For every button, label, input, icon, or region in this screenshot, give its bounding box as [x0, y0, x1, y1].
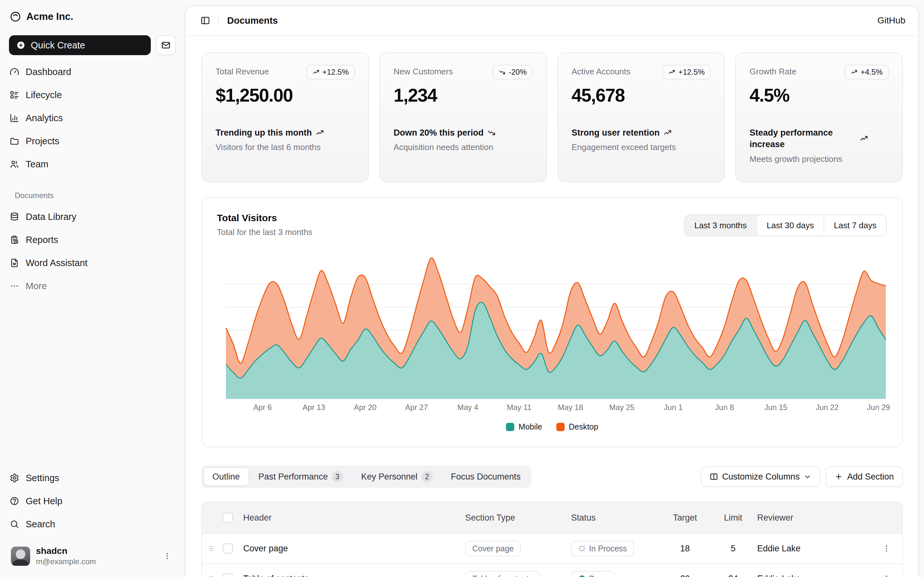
svg-text:May 11: May 11: [507, 403, 531, 412]
brand-name: Acme Inc.: [26, 11, 73, 23]
svg-text:May 25: May 25: [609, 403, 635, 412]
folder-icon: [10, 136, 19, 146]
trend-badge: -20%: [493, 65, 533, 79]
svg-text:May 4: May 4: [457, 403, 478, 412]
mail-icon: [161, 40, 171, 50]
stat-card-total-revenue: Total Revenue +12.5% $1,250.00 Trending …: [202, 53, 369, 182]
brand[interactable]: Acme Inc.: [10, 11, 175, 23]
stat-value: $1,250.00: [216, 85, 355, 106]
page-title: Documents: [227, 15, 278, 26]
mobile-swatch: [506, 423, 514, 431]
users-icon: [10, 159, 19, 169]
github-link[interactable]: GitHub: [877, 15, 905, 26]
add-section-button[interactable]: Add Section: [825, 466, 903, 487]
list-details-icon: [10, 90, 19, 100]
trending-up-icon: [312, 69, 320, 76]
svg-text:Jun 1: Jun 1: [664, 403, 683, 412]
stat-value: 4.5%: [750, 85, 889, 106]
tab-outline[interactable]: Outline: [204, 467, 249, 486]
sidebar-item-word-assistant[interactable]: Word Assistant: [5, 251, 180, 274]
status-badge: In Process: [571, 541, 634, 556]
sidebar-item-dashboard[interactable]: Dashboard: [5, 60, 180, 83]
database-icon: [10, 212, 19, 221]
status-badge: Done: [571, 571, 615, 577]
row-menu-button[interactable]: [880, 572, 893, 577]
select-all-checkbox[interactable]: [223, 513, 233, 523]
main-panel: Documents GitHub Total Revenue +12.5% $1…: [185, 5, 919, 577]
stat-cards: Total Revenue +12.5% $1,250.00 Trending …: [202, 53, 903, 182]
logo-icon: [10, 11, 21, 23]
plus-circle-icon: [16, 40, 26, 50]
sidebar-item-get-help[interactable]: Get Help: [5, 490, 180, 513]
quick-create-button[interactable]: Quick Create: [9, 35, 151, 55]
svg-text:Jun 29: Jun 29: [867, 403, 890, 412]
row-title[interactable]: Cover page: [243, 544, 465, 554]
chevron-down-icon: [804, 473, 811, 480]
trend-badge: +12.5%: [306, 65, 355, 79]
tab-key-personnel[interactable]: Key Personnel2: [353, 467, 441, 486]
user-email: m@example.com: [36, 557, 157, 566]
svg-text:Jun 8: Jun 8: [715, 403, 734, 412]
drag-handle[interactable]: [207, 575, 223, 577]
inbox-button[interactable]: [156, 35, 176, 55]
user-name: shadcn: [36, 546, 157, 556]
chart-column-icon: [10, 113, 19, 123]
table-toolbar: Outline Past Performance3 Key Personnel2…: [202, 466, 903, 488]
svg-text:Apr 6: Apr 6: [254, 403, 272, 412]
stat-card-growth-rate: Growth Rate +4.5% 4.5% Steady performanc…: [735, 53, 903, 182]
desktop-swatch: [556, 423, 565, 431]
sidebar-item-projects[interactable]: Projects: [5, 129, 180, 153]
panel-left-icon: [200, 16, 210, 25]
legend-desktop: Desktop: [556, 422, 598, 432]
kebab-icon: [882, 544, 891, 553]
tab-past-performance[interactable]: Past Performance3: [250, 467, 352, 486]
tab-focus-documents[interactable]: Focus Documents: [443, 467, 529, 486]
trending-up-icon: [860, 134, 868, 143]
customize-columns-button[interactable]: Customize Columns: [701, 466, 821, 487]
stat-card-new-customers: New Customers -20% 1,234 Down 20% this p…: [380, 53, 547, 182]
svg-text:Apr 27: Apr 27: [405, 403, 428, 412]
trend-badge: +12.5%: [662, 65, 711, 79]
trending-up-icon: [851, 69, 858, 76]
sidebar-item-settings[interactable]: Settings: [5, 466, 180, 490]
sidebar-item-team[interactable]: Team: [5, 153, 180, 176]
table-header-row: Header Section Type Status Target Limit …: [202, 502, 902, 533]
avatar: [11, 546, 30, 566]
svg-text:Jun 22: Jun 22: [816, 403, 838, 412]
row-checkbox[interactable]: [223, 543, 233, 554]
check-circle-icon: [578, 575, 586, 577]
sidebar-item-data-library[interactable]: Data Library: [5, 205, 180, 228]
sidebar-item-search[interactable]: Search: [5, 513, 180, 536]
row-title[interactable]: Table of contents: [243, 574, 465, 577]
table-row: Table of contents Table of contents Done…: [202, 563, 902, 577]
sidebar-item-more[interactable]: More: [5, 274, 180, 298]
app-header: Documents GitHub: [186, 6, 918, 36]
sidebar-item-reports[interactable]: Reports: [5, 228, 180, 251]
sidebar-item-lifecycle[interactable]: Lifecycle: [5, 83, 180, 106]
row-checkbox[interactable]: [223, 574, 233, 577]
section-type-badge: Table of contents: [465, 571, 540, 577]
view-tabs: Outline Past Performance3 Key Personnel2…: [202, 466, 531, 488]
footer-nav: Settings Get Help Search: [0, 466, 185, 536]
grip-vertical-icon: [207, 545, 215, 552]
documents-nav: Data Library Reports Word Assistant More: [0, 205, 185, 298]
documents-section-label: Documents: [15, 191, 185, 200]
sidebar-toggle-button[interactable]: [198, 13, 212, 27]
user-menu[interactable]: shadcn m@example.com: [8, 543, 177, 569]
section-type-badge: Cover page: [465, 541, 521, 556]
trend-badge: +4.5%: [845, 65, 889, 79]
main-nav: Dashboard Lifecycle Analytics Projects T…: [0, 60, 185, 176]
trending-up-icon: [668, 69, 675, 76]
gear-icon: [10, 473, 19, 483]
header-divider: [218, 16, 219, 25]
trending-down-icon: [499, 69, 506, 76]
svg-text:Apr 13: Apr 13: [302, 403, 325, 412]
sidebar-item-analytics[interactable]: Analytics: [5, 106, 180, 129]
trending-up-icon: [316, 129, 324, 137]
search-icon: [10, 519, 19, 529]
plus-icon: [835, 472, 843, 481]
area-chart: Apr 6Apr 13Apr 20Apr 27May 4May 11May 18…: [202, 198, 905, 448]
row-menu-button[interactable]: [880, 542, 893, 554]
drag-handle[interactable]: [207, 545, 223, 552]
ellipsis-icon: [10, 281, 19, 291]
